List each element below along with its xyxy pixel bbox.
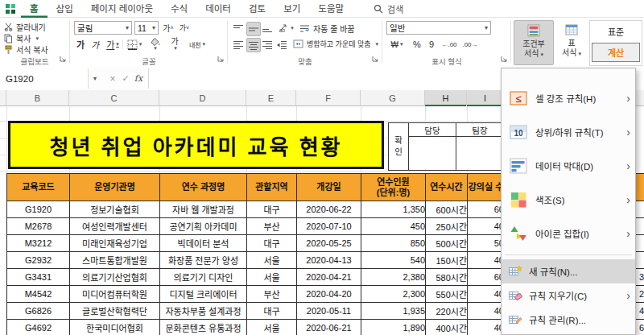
- cell-hours[interactable]: 550시간: [426, 286, 468, 303]
- cell-start-date[interactable]: 2020-05-25: [297, 235, 361, 252]
- tab-home[interactable]: 홈: [21, 0, 47, 18]
- header-start-date[interactable]: 개강일: [297, 174, 361, 201]
- menu-item-color-scales[interactable]: 색조(S) ›: [502, 183, 635, 217]
- cell-start-date[interactable]: 2020-06-22: [297, 201, 361, 218]
- cell-classrooms[interactable]: 50: [468, 235, 505, 252]
- cell-organization[interactable]: 미래인재육성기업: [70, 235, 160, 252]
- cell-code[interactable]: G4692: [7, 320, 70, 335]
- menu-item-clear-rules[interactable]: 규칙 지우기(C) ›: [502, 283, 635, 308]
- sign-manager-header[interactable]: 담당: [409, 123, 456, 137]
- search-box[interactable]: 검색: [374, 2, 403, 15]
- cell-hours[interactable]: 150시간: [426, 252, 468, 269]
- cell-start-date[interactable]: 2020-06-21: [297, 320, 361, 335]
- tab-data[interactable]: 데이터: [196, 0, 240, 18]
- cell-hours[interactable]: 250시간: [426, 218, 468, 235]
- header-organization[interactable]: 운영기관명: [70, 174, 160, 201]
- format-as-table-button[interactable]: 표 서식: [555, 20, 588, 65]
- align-top-icon[interactable]: [232, 22, 245, 35]
- cell-hours[interactable]: 500시간: [426, 235, 468, 252]
- bold-button[interactable]: 가: [74, 38, 87, 51]
- cell-region[interactable]: 서울: [247, 269, 297, 286]
- sign-teamlead-header[interactable]: 팀장: [456, 123, 504, 137]
- header-region[interactable]: 관할지역: [247, 174, 297, 201]
- cell-classrooms[interactable]: 40: [468, 286, 505, 303]
- orientation-button[interactable]: ab: [277, 22, 295, 35]
- increase-decimal-button[interactable]: ←.00: [440, 38, 459, 51]
- name-box-dropdown-icon[interactable]: ▾: [89, 68, 101, 89]
- cell-code[interactable]: M2678: [7, 218, 70, 235]
- tab-insert[interactable]: 삽입: [47, 0, 82, 18]
- cell-organization[interactable]: 여성인력개발센터: [70, 218, 160, 235]
- name-box[interactable]: G1920: [0, 68, 89, 89]
- font-size-combo[interactable]: 11: [134, 21, 159, 35]
- sign-confirm-cell[interactable]: 확인: [389, 123, 409, 171]
- number-dialog-launcher-icon[interactable]: [501, 56, 508, 63]
- cell-organization[interactable]: 미디어컴퓨터학원: [70, 286, 160, 303]
- cell-organization[interactable]: 의료기기산업협회: [70, 269, 160, 286]
- conditional-formatting-button[interactable]: 조건부 서식: [514, 20, 554, 65]
- cell-trainees[interactable]: 1,350: [361, 201, 426, 218]
- tab-review[interactable]: 검토: [240, 0, 275, 18]
- cell-code[interactable]: M4542: [7, 286, 70, 303]
- cell-trainees[interactable]: 850: [361, 235, 426, 252]
- clipboard-dialog-launcher-icon[interactable]: [60, 56, 67, 63]
- cell-region[interactable]: 대구: [247, 235, 297, 252]
- number-format-combo[interactable]: 일반: [386, 21, 491, 35]
- cell-classrooms[interactable]: 60: [468, 201, 505, 218]
- cell-style-normal[interactable]: 표준: [590, 21, 642, 42]
- italic-button[interactable]: 가: [89, 38, 101, 51]
- tab-view[interactable]: 보기: [275, 0, 309, 18]
- tab-formulas[interactable]: 수식: [162, 0, 196, 18]
- cell-classrooms[interactable]: 40: [468, 218, 505, 235]
- cell-hours[interactable]: 580시간: [426, 269, 468, 286]
- cell-style-calculation[interactable]: 계산: [592, 43, 640, 62]
- alignment-dialog-launcher-icon[interactable]: [372, 56, 379, 63]
- cell-start-date[interactable]: 2020-05-11: [297, 303, 361, 320]
- menu-item-highlight-cells-rules[interactable]: ≤ 셀 강조 규칙(H) ›: [502, 81, 635, 115]
- cell-trainees[interactable]: 1,890: [361, 320, 426, 335]
- cell-code[interactable]: M3212: [7, 235, 70, 252]
- column-header-d[interactable]: D: [159, 90, 246, 106]
- cell-region[interactable]: 대구: [247, 201, 297, 218]
- cell-course[interactable]: 빅데이터 분석: [160, 235, 247, 252]
- cell-organization[interactable]: 글로벌산학협력단: [70, 303, 160, 320]
- comma-style-button[interactable]: 9: [425, 38, 438, 51]
- header-hours[interactable]: 연수시간: [426, 174, 468, 201]
- header-trainees[interactable]: 연수인원 (단위:명): [361, 174, 426, 201]
- cell-trainees[interactable]: 2,300: [361, 286, 426, 303]
- header-code[interactable]: 교육코드: [7, 174, 70, 201]
- menu-item-new-rule[interactable]: 새 규칙(N)...: [502, 259, 635, 283]
- enter-icon[interactable]: ✓: [119, 68, 132, 89]
- menu-item-icon-sets[interactable]: 아이콘 집합(I) ›: [502, 217, 635, 250]
- sign-manager-cell[interactable]: [409, 137, 456, 171]
- cell-classrooms[interactable]: 40: [468, 252, 505, 269]
- cell-classrooms[interactable]: 40: [468, 303, 505, 320]
- decrease-indent-icon[interactable]: [275, 38, 288, 51]
- borders-button[interactable]: [126, 38, 143, 51]
- cell-region[interactable]: 서울: [247, 252, 297, 269]
- align-middle-icon[interactable]: [246, 22, 261, 36]
- align-center-icon[interactable]: [246, 38, 261, 52]
- cell-region[interactable]: 부산: [247, 218, 297, 235]
- cell-course[interactable]: 자동차부품 설계과정: [160, 303, 247, 320]
- copy-button[interactable]: 복사: [4, 32, 39, 44]
- format-painter-button[interactable]: 서식 복사: [4, 43, 48, 56]
- cell-start-date[interactable]: 2020-04-13: [297, 252, 361, 269]
- wrap-text-button[interactable]: 자동 줄 바꿈: [299, 23, 355, 35]
- menu-item-data-bars[interactable]: 데이터 막대(D) ›: [502, 149, 635, 183]
- menu-item-manage-rules[interactable]: 규칙 관리(R)...: [502, 308, 635, 332]
- percent-style-button[interactable]: %: [411, 38, 423, 51]
- cell-code[interactable]: G3431: [7, 269, 70, 286]
- cell-course[interactable]: 의료기기 디자인: [160, 269, 247, 286]
- cell-trainees[interactable]: 1,935: [361, 303, 426, 320]
- menu-item-top-bottom-rules[interactable]: 10 상위/하위 규칙(T) ›: [502, 115, 635, 149]
- cell-start-date[interactable]: 2020-07-10: [297, 218, 361, 235]
- cell-course[interactable]: 문화콘텐츠 유통과정: [160, 320, 247, 335]
- cell-hours[interactable]: 400시간: [426, 320, 468, 335]
- cell-start-date[interactable]: 2020-04-21: [297, 269, 361, 286]
- column-header-i[interactable]: I: [467, 90, 504, 106]
- fill-color-button[interactable]: [146, 38, 163, 51]
- header-course[interactable]: 연수 과정명: [160, 174, 247, 201]
- align-right-icon[interactable]: [261, 38, 274, 51]
- cell-organization[interactable]: 스마트통합개발원: [70, 252, 160, 269]
